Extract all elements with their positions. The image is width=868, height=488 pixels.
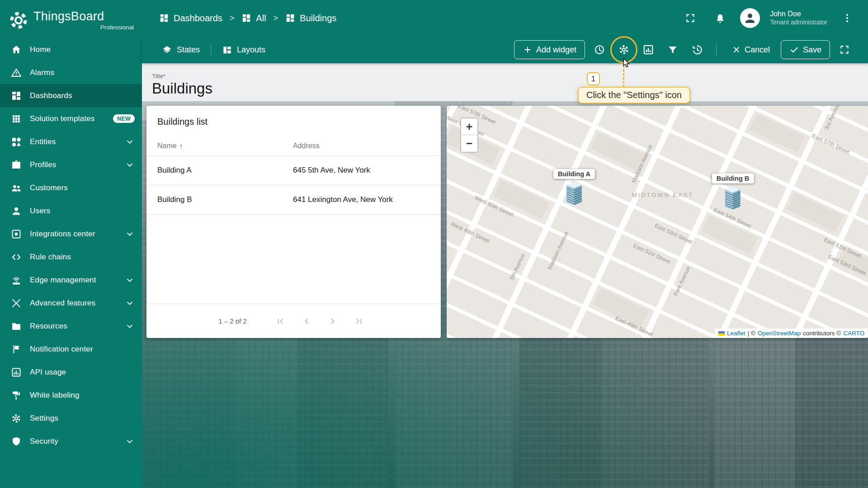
- openstreetmap-link[interactable]: OpenStreetMap: [758, 330, 801, 337]
- notifications-button[interactable]: [710, 8, 730, 28]
- column-header-address[interactable]: Address: [293, 142, 320, 150]
- attribution-text: | ©: [747, 330, 755, 337]
- save-button[interactable]: Save: [781, 40, 830, 59]
- user-menu[interactable]: John Doe Tenant administrator: [770, 9, 827, 27]
- sidebar-item-rule-chains[interactable]: Rule chains: [0, 245, 142, 268]
- chevron-down-icon: [125, 160, 135, 170]
- add-widget-button[interactable]: Add widget: [514, 40, 585, 59]
- people-icon: [11, 183, 22, 193]
- gear-icon: [618, 44, 630, 56]
- first-page-button[interactable]: [270, 311, 290, 331]
- sidebar-item-edge-management[interactable]: Edge management: [0, 268, 142, 291]
- building-icon: [724, 186, 742, 211]
- sidebar-item-label: Users: [30, 206, 50, 216]
- column-header-name[interactable]: Name↑: [157, 142, 293, 150]
- avatar[interactable]: [740, 8, 760, 28]
- sidebar-item-api-usage[interactable]: API usage: [0, 361, 142, 384]
- sidebar-item-customers[interactable]: Customers: [0, 176, 142, 199]
- sidebar-item-resources[interactable]: Resources: [0, 314, 142, 338]
- sidebar-item-label: Security: [30, 437, 58, 446]
- sidebar-item-integrations-center[interactable]: Integrations center: [0, 222, 142, 245]
- layouts-label: Layouts: [237, 45, 265, 55]
- carto-link[interactable]: CARTO: [843, 330, 864, 337]
- sidebar-item-advanced-features[interactable]: Advanced features: [0, 291, 142, 314]
- breadcrumb-dashboards[interactable]: Dashboards: [159, 13, 222, 23]
- paint-icon: [11, 390, 22, 401]
- brand-logo[interactable]: ThingsBoard Professional: [0, 0, 142, 38]
- entities-icon: [11, 136, 22, 147]
- previous-page-button[interactable]: [297, 311, 316, 331]
- leaflet-link[interactable]: Leaflet: [727, 330, 745, 337]
- chevron-down-icon: [125, 436, 135, 446]
- sidebar-item-notification-center[interactable]: Notification center: [0, 338, 142, 361]
- router-icon: [11, 275, 22, 286]
- map-area-label: MIDTOWN EAST: [632, 192, 693, 198]
- zoom-in-button[interactable]: +: [461, 118, 477, 135]
- table-header: Name↑ Address: [146, 136, 441, 156]
- expand-dashboard-button[interactable]: [835, 40, 854, 60]
- sidebar-item-label: Edge management: [30, 276, 96, 285]
- sidebar-item-settings[interactable]: Settings: [0, 407, 142, 430]
- sidebar-item-entities[interactable]: Entities: [0, 130, 142, 153]
- breadcrumb-all[interactable]: All: [241, 13, 266, 23]
- user-name: John Doe: [770, 9, 827, 19]
- top-header: Dashboards > All > Buildings John Doe Te…: [142, 0, 868, 36]
- marker-label: Building A: [553, 169, 595, 179]
- new-badge: NEW: [113, 114, 135, 123]
- leaflet-flag-icon: [718, 331, 725, 336]
- table-row[interactable]: Building A 645 5th Ave, New York: [146, 156, 441, 185]
- history-icon: [691, 44, 703, 56]
- sidebar-item-label: Customers: [30, 183, 68, 192]
- time-window-button[interactable]: [590, 40, 609, 60]
- next-page-button[interactable]: [323, 311, 343, 331]
- pagination-range: 1 – 2 of 2: [218, 317, 247, 325]
- layouts-button[interactable]: Layouts: [216, 41, 272, 59]
- breadcrumb-buildings[interactable]: Buildings: [285, 13, 336, 23]
- cancel-button[interactable]: Cancel: [726, 40, 776, 59]
- map-marker-building-a[interactable]: Building A: [553, 169, 595, 206]
- sidebar-menu: Home Alarms Dashboards Solution template…: [0, 38, 142, 453]
- table-row[interactable]: Building B 641 Lexington Ave, New York: [146, 185, 441, 215]
- entity-aliases-button[interactable]: [638, 40, 658, 60]
- marker-label: Building B: [712, 174, 754, 183]
- more-menu-button[interactable]: [837, 8, 857, 28]
- zoom-out-button[interactable]: −: [461, 135, 477, 152]
- sidebar-item-alarms[interactable]: Alarms: [0, 61, 142, 84]
- last-page-icon: [354, 316, 364, 327]
- previous-page-icon: [301, 316, 312, 327]
- sidebar-item-label: Solution templates: [30, 114, 94, 123]
- chart-icon: [11, 367, 22, 378]
- last-page-button[interactable]: [349, 311, 369, 331]
- cell-name: Building B: [157, 195, 293, 204]
- toolbar-divider: [716, 43, 717, 56]
- dashboard-settings-button[interactable]: 1 Click the "Settings" icon: [614, 40, 634, 60]
- fullscreen-button[interactable]: [680, 8, 700, 28]
- bell-icon: [714, 12, 726, 24]
- sidebar-item-white-labeling[interactable]: White labeling: [0, 384, 142, 407]
- brand-edition: Professional: [33, 24, 134, 31]
- sidebar-item-profiles[interactable]: Profiles: [0, 153, 142, 176]
- page-title[interactable]: Buildings: [152, 81, 868, 97]
- chevron-down-icon: [125, 298, 135, 308]
- layout-icon: [222, 45, 232, 55]
- dashboards-icon: [241, 13, 251, 23]
- states-button[interactable]: States: [156, 41, 206, 59]
- map-marker-building-b[interactable]: Building B: [712, 174, 754, 211]
- plus-icon: [523, 45, 533, 55]
- sidebar-item-users[interactable]: Users: [0, 199, 142, 222]
- gear-icon: [11, 413, 22, 424]
- version-history-button[interactable]: [687, 40, 707, 60]
- filters-button[interactable]: [663, 40, 683, 60]
- sidebar-item-label: White labeling: [30, 391, 80, 400]
- sidebar-item-dashboards[interactable]: Dashboards: [0, 84, 142, 107]
- buildings-list-widget: Buildings list Name↑ Address Building A …: [146, 106, 441, 338]
- map-attribution: Leaflet | © OpenStreetMap contributors ©…: [715, 328, 868, 338]
- integration-icon: [11, 229, 22, 239]
- sidebar-item-solution-templates[interactable]: Solution templatesNEW: [0, 107, 142, 130]
- sidebar-item-home[interactable]: Home: [0, 38, 142, 61]
- sidebar-item-label: Integrations center: [30, 230, 95, 239]
- sidebar-item-security[interactable]: Security: [0, 430, 142, 453]
- map-canvas[interactable]: East 57th Street West 51st Street West 5…: [447, 106, 868, 338]
- sidebar-item-label: API usage: [30, 368, 66, 377]
- shield-icon: [11, 436, 22, 447]
